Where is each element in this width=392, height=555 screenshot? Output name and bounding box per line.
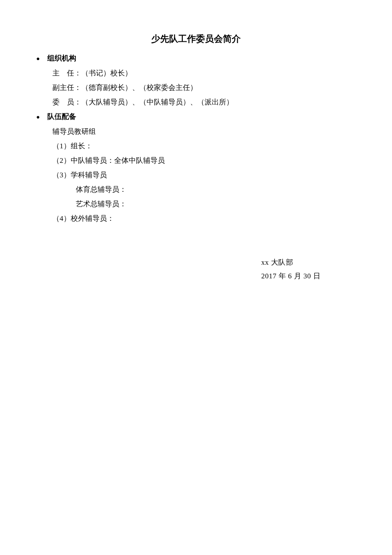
team-content: 辅导员教研组 （1）组长： （2）中队辅导员：全体中队辅导员 （3）学科辅导员 … <box>36 124 356 226</box>
bullet-icon: ● <box>36 110 40 124</box>
org-members: 委 员：（大队辅导员）、（中队辅导员）、（派出所） <box>52 95 356 110</box>
team-item-4: （4）校外辅导员： <box>52 211 356 226</box>
team-group-title: 辅导员教研组 <box>52 124 356 139</box>
bullet-icon: ● <box>36 52 40 66</box>
section-org-structure: ● 组织机构 <box>36 51 356 66</box>
team-item-2: （2）中队辅导员：全体中队辅导员 <box>52 153 356 168</box>
team-item-3-sub2: 艺术总辅导员： <box>52 197 356 211</box>
signature-date: 2017 年 6 月 30 日 <box>261 269 356 283</box>
section-header-team: 队伍配备 <box>47 110 76 124</box>
section-team-config: ● 队伍配备 <box>36 110 356 124</box>
org-deputy-director: 副主任：（德育副校长）、（校家委会主任） <box>52 81 356 95</box>
document-title: 少先队工作委员会简介 <box>36 30 356 48</box>
team-item-1: （1）组长： <box>52 139 356 153</box>
team-item-3: （3）学科辅导员 <box>52 168 356 182</box>
org-director: 主 任：（书记）校长） <box>52 66 356 81</box>
signature-block: xx 大队部 2017 年 6 月 30 日 <box>36 256 356 283</box>
org-content: 主 任：（书记）校长） 副主任：（德育副校长）、（校家委会主任） 委 员：（大队… <box>36 66 356 110</box>
signature-org: xx 大队部 <box>261 256 356 269</box>
team-item-3-sub1: 体育总辅导员： <box>52 182 356 197</box>
section-header-org: 组织机构 <box>47 51 76 66</box>
